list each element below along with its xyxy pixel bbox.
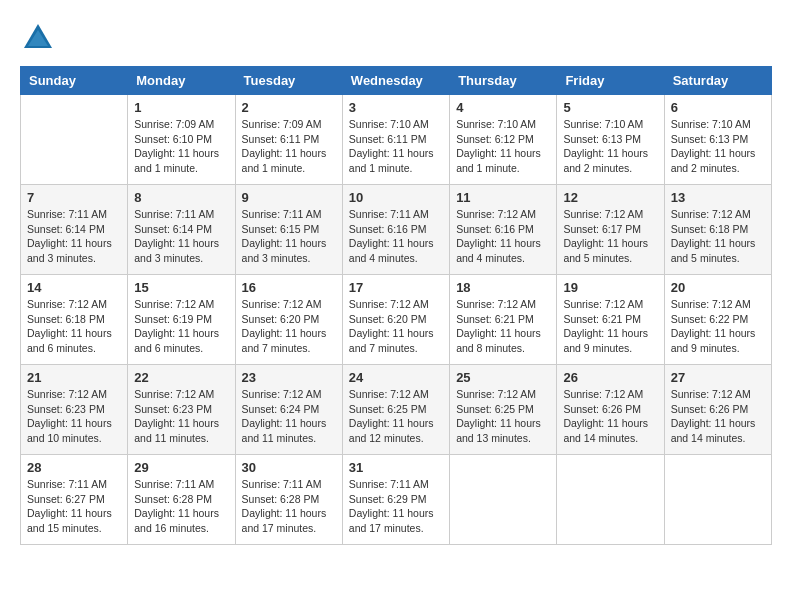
day-info: Sunrise: 7:12 AMSunset: 6:23 PMDaylight:… [27, 387, 121, 446]
weekday-header: Thursday [450, 67, 557, 95]
calendar-cell [557, 455, 664, 545]
day-info: Sunrise: 7:12 AMSunset: 6:21 PMDaylight:… [456, 297, 550, 356]
day-number: 14 [27, 280, 121, 295]
day-number: 16 [242, 280, 336, 295]
day-info: Sunrise: 7:11 AMSunset: 6:28 PMDaylight:… [242, 477, 336, 536]
calendar-cell: 13Sunrise: 7:12 AMSunset: 6:18 PMDayligh… [664, 185, 771, 275]
calendar-week-row: 7Sunrise: 7:11 AMSunset: 6:14 PMDaylight… [21, 185, 772, 275]
calendar-cell: 2Sunrise: 7:09 AMSunset: 6:11 PMDaylight… [235, 95, 342, 185]
calendar-cell: 30Sunrise: 7:11 AMSunset: 6:28 PMDayligh… [235, 455, 342, 545]
weekday-row: SundayMondayTuesdayWednesdayThursdayFrid… [21, 67, 772, 95]
day-number: 4 [456, 100, 550, 115]
calendar-cell: 9Sunrise: 7:11 AMSunset: 6:15 PMDaylight… [235, 185, 342, 275]
day-number: 7 [27, 190, 121, 205]
weekday-header: Saturday [664, 67, 771, 95]
calendar-cell: 4Sunrise: 7:10 AMSunset: 6:12 PMDaylight… [450, 95, 557, 185]
calendar-cell: 11Sunrise: 7:12 AMSunset: 6:16 PMDayligh… [450, 185, 557, 275]
calendar-cell: 1Sunrise: 7:09 AMSunset: 6:10 PMDaylight… [128, 95, 235, 185]
calendar-cell: 20Sunrise: 7:12 AMSunset: 6:22 PMDayligh… [664, 275, 771, 365]
day-info: Sunrise: 7:11 AMSunset: 6:27 PMDaylight:… [27, 477, 121, 536]
calendar-week-row: 28Sunrise: 7:11 AMSunset: 6:27 PMDayligh… [21, 455, 772, 545]
day-info: Sunrise: 7:12 AMSunset: 6:16 PMDaylight:… [456, 207, 550, 266]
calendar-cell: 14Sunrise: 7:12 AMSunset: 6:18 PMDayligh… [21, 275, 128, 365]
day-info: Sunrise: 7:12 AMSunset: 6:19 PMDaylight:… [134, 297, 228, 356]
day-info: Sunrise: 7:10 AMSunset: 6:13 PMDaylight:… [563, 117, 657, 176]
calendar-body: 1Sunrise: 7:09 AMSunset: 6:10 PMDaylight… [21, 95, 772, 545]
calendar-cell: 27Sunrise: 7:12 AMSunset: 6:26 PMDayligh… [664, 365, 771, 455]
day-number: 11 [456, 190, 550, 205]
calendar-cell: 26Sunrise: 7:12 AMSunset: 6:26 PMDayligh… [557, 365, 664, 455]
day-number: 6 [671, 100, 765, 115]
day-number: 8 [134, 190, 228, 205]
calendar-cell: 18Sunrise: 7:12 AMSunset: 6:21 PMDayligh… [450, 275, 557, 365]
calendar-cell: 7Sunrise: 7:11 AMSunset: 6:14 PMDaylight… [21, 185, 128, 275]
calendar-cell: 24Sunrise: 7:12 AMSunset: 6:25 PMDayligh… [342, 365, 449, 455]
day-info: Sunrise: 7:12 AMSunset: 6:18 PMDaylight:… [27, 297, 121, 356]
day-info: Sunrise: 7:12 AMSunset: 6:17 PMDaylight:… [563, 207, 657, 266]
calendar-table: SundayMondayTuesdayWednesdayThursdayFrid… [20, 66, 772, 545]
calendar-week-row: 14Sunrise: 7:12 AMSunset: 6:18 PMDayligh… [21, 275, 772, 365]
day-info: Sunrise: 7:12 AMSunset: 6:20 PMDaylight:… [242, 297, 336, 356]
calendar-cell: 19Sunrise: 7:12 AMSunset: 6:21 PMDayligh… [557, 275, 664, 365]
day-number: 29 [134, 460, 228, 475]
calendar-cell [450, 455, 557, 545]
calendar-cell: 8Sunrise: 7:11 AMSunset: 6:14 PMDaylight… [128, 185, 235, 275]
calendar-cell: 16Sunrise: 7:12 AMSunset: 6:20 PMDayligh… [235, 275, 342, 365]
calendar-cell: 29Sunrise: 7:11 AMSunset: 6:28 PMDayligh… [128, 455, 235, 545]
day-number: 27 [671, 370, 765, 385]
day-info: Sunrise: 7:11 AMSunset: 6:16 PMDaylight:… [349, 207, 443, 266]
day-info: Sunrise: 7:10 AMSunset: 6:12 PMDaylight:… [456, 117, 550, 176]
logo-icon [20, 20, 56, 56]
day-number: 21 [27, 370, 121, 385]
day-number: 24 [349, 370, 443, 385]
day-number: 15 [134, 280, 228, 295]
calendar-cell: 31Sunrise: 7:11 AMSunset: 6:29 PMDayligh… [342, 455, 449, 545]
day-info: Sunrise: 7:12 AMSunset: 6:20 PMDaylight:… [349, 297, 443, 356]
weekday-header: Tuesday [235, 67, 342, 95]
calendar-cell: 23Sunrise: 7:12 AMSunset: 6:24 PMDayligh… [235, 365, 342, 455]
day-info: Sunrise: 7:11 AMSunset: 6:28 PMDaylight:… [134, 477, 228, 536]
day-info: Sunrise: 7:12 AMSunset: 6:25 PMDaylight:… [456, 387, 550, 446]
day-number: 13 [671, 190, 765, 205]
calendar-cell: 28Sunrise: 7:11 AMSunset: 6:27 PMDayligh… [21, 455, 128, 545]
calendar-cell: 3Sunrise: 7:10 AMSunset: 6:11 PMDaylight… [342, 95, 449, 185]
day-info: Sunrise: 7:11 AMSunset: 6:15 PMDaylight:… [242, 207, 336, 266]
day-number: 23 [242, 370, 336, 385]
day-info: Sunrise: 7:12 AMSunset: 6:26 PMDaylight:… [563, 387, 657, 446]
day-number: 30 [242, 460, 336, 475]
day-info: Sunrise: 7:09 AMSunset: 6:11 PMDaylight:… [242, 117, 336, 176]
day-info: Sunrise: 7:10 AMSunset: 6:13 PMDaylight:… [671, 117, 765, 176]
day-info: Sunrise: 7:12 AMSunset: 6:18 PMDaylight:… [671, 207, 765, 266]
weekday-header: Wednesday [342, 67, 449, 95]
calendar-cell: 21Sunrise: 7:12 AMSunset: 6:23 PMDayligh… [21, 365, 128, 455]
day-info: Sunrise: 7:09 AMSunset: 6:10 PMDaylight:… [134, 117, 228, 176]
calendar-week-row: 1Sunrise: 7:09 AMSunset: 6:10 PMDaylight… [21, 95, 772, 185]
page-header [20, 20, 772, 56]
day-number: 22 [134, 370, 228, 385]
calendar-header: SundayMondayTuesdayWednesdayThursdayFrid… [21, 67, 772, 95]
day-number: 2 [242, 100, 336, 115]
calendar-cell [21, 95, 128, 185]
calendar-cell: 22Sunrise: 7:12 AMSunset: 6:23 PMDayligh… [128, 365, 235, 455]
weekday-header: Monday [128, 67, 235, 95]
calendar-cell [664, 455, 771, 545]
day-info: Sunrise: 7:12 AMSunset: 6:23 PMDaylight:… [134, 387, 228, 446]
day-number: 3 [349, 100, 443, 115]
day-info: Sunrise: 7:11 AMSunset: 6:14 PMDaylight:… [134, 207, 228, 266]
day-number: 10 [349, 190, 443, 205]
day-number: 28 [27, 460, 121, 475]
day-number: 9 [242, 190, 336, 205]
calendar-cell: 25Sunrise: 7:12 AMSunset: 6:25 PMDayligh… [450, 365, 557, 455]
day-number: 31 [349, 460, 443, 475]
calendar-cell: 6Sunrise: 7:10 AMSunset: 6:13 PMDaylight… [664, 95, 771, 185]
day-number: 17 [349, 280, 443, 295]
day-number: 12 [563, 190, 657, 205]
day-number: 19 [563, 280, 657, 295]
calendar-cell: 10Sunrise: 7:11 AMSunset: 6:16 PMDayligh… [342, 185, 449, 275]
weekday-header: Sunday [21, 67, 128, 95]
logo [20, 20, 62, 56]
day-info: Sunrise: 7:10 AMSunset: 6:11 PMDaylight:… [349, 117, 443, 176]
calendar-week-row: 21Sunrise: 7:12 AMSunset: 6:23 PMDayligh… [21, 365, 772, 455]
day-number: 20 [671, 280, 765, 295]
day-info: Sunrise: 7:12 AMSunset: 6:25 PMDaylight:… [349, 387, 443, 446]
